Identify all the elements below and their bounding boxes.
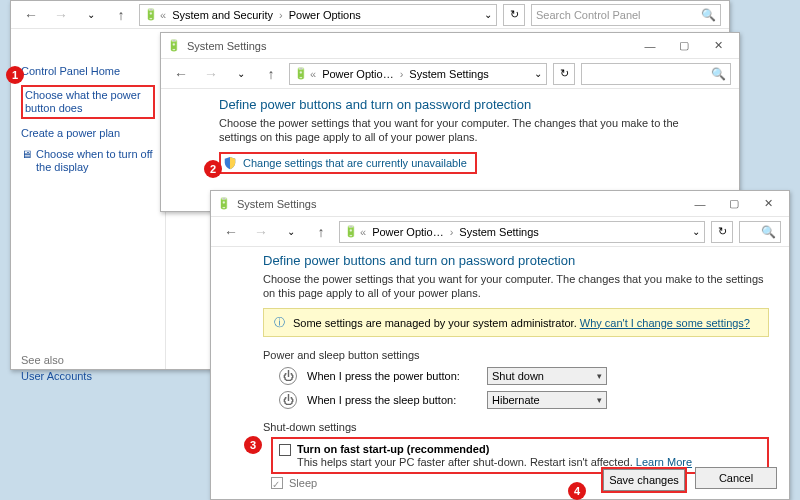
maximize-button[interactable]: ▢ bbox=[717, 193, 751, 215]
page-heading: Define power buttons and turn on passwor… bbox=[263, 253, 769, 268]
breadcrumb[interactable]: 🔋 « Power Optio… › System Settings ⌄ bbox=[339, 221, 705, 243]
notice-link[interactable]: Why can't I change some settings? bbox=[580, 317, 750, 329]
chevron-icon: « bbox=[160, 9, 166, 21]
search-icon: 🔍 bbox=[761, 225, 776, 239]
fast-startup-checkbox[interactable] bbox=[279, 444, 291, 456]
page-subtext: Choose the power settings that you want … bbox=[263, 272, 769, 300]
content-area: Define power buttons and turn on passwor… bbox=[161, 89, 739, 174]
breadcrumb-icon: 🔋 bbox=[144, 8, 158, 21]
nav-up-button[interactable]: ↑ bbox=[309, 220, 333, 244]
breadcrumb-segment[interactable]: System Settings bbox=[455, 226, 542, 238]
select-value: Shut down bbox=[492, 370, 544, 382]
search-input[interactable]: Search Control Panel 🔍 bbox=[531, 4, 721, 26]
power-icon: ⏻ bbox=[279, 367, 297, 385]
section-shutdown: Shut-down settings bbox=[263, 421, 769, 433]
breadcrumb-segment[interactable]: Power Optio… bbox=[368, 226, 448, 238]
page-subtext: Choose the power settings that you want … bbox=[219, 116, 715, 144]
info-icon: ⓘ bbox=[274, 315, 285, 330]
addressbar: ← → ⌄ ↑ 🔋 « Power Optio… › System Settin… bbox=[161, 59, 739, 89]
footer-buttons: Save changes Cancel bbox=[601, 467, 777, 493]
chevron-down-icon[interactable]: ⌄ bbox=[484, 9, 492, 20]
nav-history-chevron[interactable]: ⌄ bbox=[79, 3, 103, 27]
select-value: Hibernate bbox=[492, 394, 540, 406]
sidebar-header[interactable]: Control Panel Home bbox=[21, 65, 155, 77]
chevron-down-icon: ▾ bbox=[597, 371, 602, 381]
addressbar: ← → ⌄ ↑ 🔋 « Power Optio… › System Settin… bbox=[211, 217, 789, 247]
row-press-sleep: ⏻ When I press the sleep button: Hiberna… bbox=[279, 391, 769, 409]
change-settings-link-text: Change settings that are currently unava… bbox=[243, 157, 467, 169]
sleep-icon: ⏻ bbox=[279, 391, 297, 409]
chevron-icon: « bbox=[360, 226, 366, 238]
sleep-action-select[interactable]: Hibernate ▾ bbox=[487, 391, 607, 409]
titlebar: 🔋 System Settings — ▢ ✕ bbox=[161, 33, 739, 59]
breadcrumb-icon: 🔋 bbox=[344, 225, 358, 238]
nav-forward-button[interactable]: → bbox=[199, 62, 223, 86]
admin-notice: ⓘ Some settings are managed by your syst… bbox=[263, 308, 769, 337]
breadcrumb-segment[interactable]: System and Security bbox=[168, 9, 277, 21]
close-button[interactable]: ✕ bbox=[701, 35, 735, 57]
search-icon: 🔍 bbox=[711, 67, 726, 81]
sidebar-link-create-plan[interactable]: Create a power plan bbox=[21, 127, 155, 140]
chevron-down-icon[interactable]: ⌄ bbox=[692, 226, 700, 237]
window-title: System Settings bbox=[237, 198, 316, 210]
sidebar: Control Panel Home Choose what the power… bbox=[11, 57, 166, 369]
refresh-button[interactable]: ↻ bbox=[711, 221, 733, 243]
uac-shield-icon bbox=[223, 156, 237, 170]
breadcrumb-segment[interactable]: Power Optio… bbox=[318, 68, 398, 80]
chevron-down-icon: ▾ bbox=[597, 395, 602, 405]
minimize-button[interactable]: — bbox=[683, 193, 717, 215]
search-input[interactable]: 🔍 bbox=[581, 63, 731, 85]
sidebar-link-power-button[interactable]: Choose what the power button does bbox=[21, 85, 155, 119]
sidebar-link-display-off[interactable]: 🖥 Choose when to turn off the display bbox=[21, 148, 155, 174]
fast-startup-hint: This helps start your PC faster after sh… bbox=[297, 456, 633, 468]
window-system-settings-editable: 🔋 System Settings — ▢ ✕ ← → ⌄ ↑ 🔋 « Powe… bbox=[210, 190, 790, 500]
titlebar: 🔋 System Settings — ▢ ✕ bbox=[211, 191, 789, 217]
nav-forward-button[interactable]: → bbox=[249, 220, 273, 244]
breadcrumb-segment[interactable]: Power Options bbox=[285, 9, 365, 21]
save-button[interactable]: Save changes bbox=[603, 469, 685, 491]
chevron-down-icon[interactable]: ⌄ bbox=[534, 68, 542, 79]
nav-back-button[interactable]: ← bbox=[19, 3, 43, 27]
breadcrumb[interactable]: 🔋 « System and Security › Power Options … bbox=[139, 4, 497, 26]
breadcrumb-icon: 🔋 bbox=[294, 67, 308, 80]
nav-back-button[interactable]: ← bbox=[219, 220, 243, 244]
nav-forward-button[interactable]: → bbox=[49, 3, 73, 27]
minimize-button[interactable]: — bbox=[633, 35, 667, 57]
app-icon: 🔋 bbox=[217, 197, 231, 210]
cancel-button[interactable]: Cancel bbox=[695, 467, 777, 489]
monitor-icon: 🖥 bbox=[21, 148, 32, 174]
notice-text: Some settings are managed by your system… bbox=[293, 317, 577, 329]
nav-history-chevron[interactable]: ⌄ bbox=[229, 62, 253, 86]
chevron-icon: « bbox=[310, 68, 316, 80]
nav-history-chevron[interactable]: ⌄ bbox=[279, 220, 303, 244]
window-title: System Settings bbox=[187, 40, 266, 52]
fast-startup-label: Turn on fast start-up (recommended) bbox=[297, 443, 489, 455]
sleep-checkbox[interactable]: ✓ bbox=[271, 477, 283, 489]
chevron-icon: › bbox=[400, 68, 404, 80]
close-button[interactable]: ✕ bbox=[751, 193, 785, 215]
section-power-sleep: Power and sleep button settings bbox=[263, 349, 769, 361]
app-icon: 🔋 bbox=[167, 39, 181, 52]
sidebar-link-user-accounts[interactable]: User Accounts bbox=[21, 370, 155, 383]
addressbar: ← → ⌄ ↑ 🔋 « System and Security › Power … bbox=[11, 1, 729, 29]
breadcrumb[interactable]: 🔋 « Power Optio… › System Settings ⌄ bbox=[289, 63, 547, 85]
callout-badge-1: 1 bbox=[6, 66, 24, 84]
search-icon: 🔍 bbox=[701, 8, 716, 22]
sleep-label: Sleep bbox=[289, 477, 317, 489]
refresh-button[interactable]: ↻ bbox=[553, 63, 575, 85]
nav-up-button[interactable]: ↑ bbox=[109, 3, 133, 27]
callout-badge-3: 3 bbox=[244, 436, 262, 454]
refresh-button[interactable]: ↻ bbox=[503, 4, 525, 26]
page-heading: Define power buttons and turn on passwor… bbox=[219, 97, 715, 112]
callout-badge-2: 2 bbox=[204, 160, 222, 178]
nav-back-button[interactable]: ← bbox=[169, 62, 193, 86]
power-action-select[interactable]: Shut down ▾ bbox=[487, 367, 607, 385]
nav-up-button[interactable]: ↑ bbox=[259, 62, 283, 86]
row-label: When I press the power button: bbox=[307, 370, 477, 382]
see-also-header: See also bbox=[21, 354, 155, 366]
change-settings-link[interactable]: Change settings that are currently unava… bbox=[219, 152, 477, 174]
breadcrumb-segment[interactable]: System Settings bbox=[405, 68, 492, 80]
search-input[interactable]: 🔍 bbox=[739, 221, 781, 243]
maximize-button[interactable]: ▢ bbox=[667, 35, 701, 57]
row-press-power: ⏻ When I press the power button: Shut do… bbox=[279, 367, 769, 385]
